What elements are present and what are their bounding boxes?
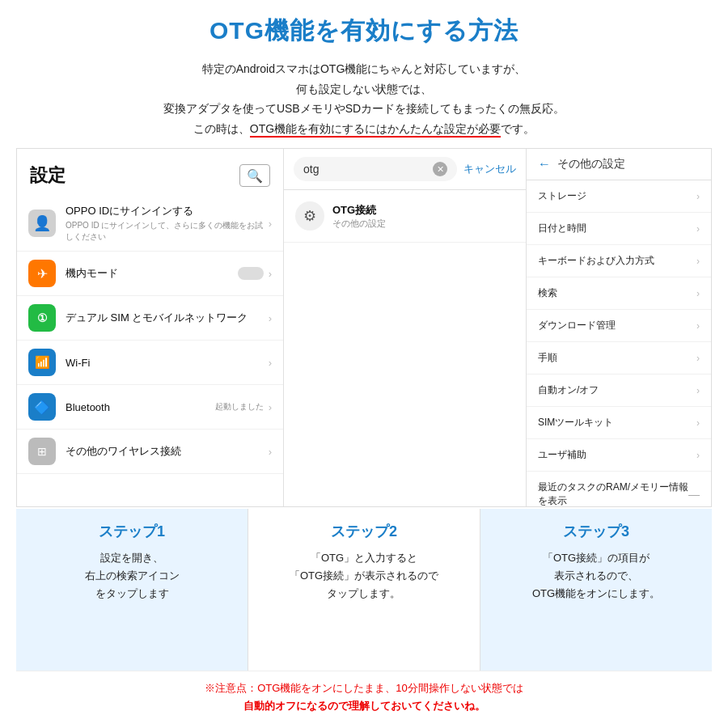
step2-desc: 「OTG」と入力すると「OTG接続」が表示されるのでタップします。 <box>290 549 438 603</box>
airplane-right: › <box>238 267 272 280</box>
wifi-text: Wi-Fi <box>66 357 269 369</box>
step2-box: ステップ2 「OTG」と入力すると「OTG接続」が表示されるのでタップします。 <box>248 509 480 671</box>
bluetooth-text: Bluetooth <box>66 401 215 413</box>
other-item-search[interactable]: 検索 › <box>527 277 711 310</box>
step1-box: ステップ1 設定を開き、右上の検索アイコンをタップします <box>16 509 248 671</box>
description: 特定のAndroidスマホはOTG機能にちゃんと対応していますが、 何も設定しな… <box>16 59 712 138</box>
back-arrow-icon[interactable]: ← <box>538 157 551 171</box>
chevron-icon: › <box>269 312 272 324</box>
other-item-auto-onoff[interactable]: 自動オン/オフ › <box>527 375 711 407</box>
step3-desc: 「OTG接続」の項目が表示されるので、OTG機能をオンにします。 <box>532 549 660 603</box>
result-title: OTG接続 <box>332 203 386 218</box>
note-line1: ※注意点：OTG機能をオンにしたまま、10分間操作しない状態では <box>205 682 523 694</box>
page: OTG機能を有効にする方法 特定のAndroidスマホはOTG機能にちゃんと対応… <box>0 0 728 728</box>
other-item-download[interactable]: ダウンロード管理 › <box>527 310 711 342</box>
page-title: OTG機能を有効にする方法 <box>16 15 712 48</box>
desc-line2: 何も設定しない状態では、 <box>296 83 432 95</box>
other-item-steps[interactable]: 手順 › <box>527 342 711 375</box>
oppo-id-label: OPPO IDにサインインする <box>66 204 269 218</box>
chevron-icon: › <box>696 223 700 235</box>
settings-item-oppo-id[interactable]: 👤 OPPO IDにサインインする OPPO ID にサインインして、さらに多く… <box>17 196 283 252</box>
settings-item-wifi[interactable]: 📶 Wi-Fi › <box>17 341 283 385</box>
search-button[interactable]: 🔍 <box>239 164 270 187</box>
sim-label: デュアル SIM とモバイルネットワーク <box>66 311 269 325</box>
chevron-icon: › <box>696 450 700 461</box>
search-input-area[interactable]: otg ✕ <box>294 157 457 181</box>
settings-panel: 設定 🔍 👤 OPPO IDにサインインする OPPO ID にサインインして、… <box>17 149 284 506</box>
airplane-label: 機内モード <box>66 266 238 281</box>
airplane-icon: ✈ <box>28 260 56 287</box>
other-item-accessibility[interactable]: ユーザ補助 › <box>527 439 711 472</box>
desc-line3: 変換アダプタを使ってUSBメモリやSDカードを接続してもまったくの無反応。 <box>163 102 565 115</box>
search-bar: otg ✕ キャンセル <box>284 149 526 190</box>
airplane-toggle[interactable] <box>238 267 264 280</box>
chevron-icon: › <box>269 268 272 280</box>
settings-item-sim[interactable]: ① デュアル SIM とモバイルネットワーク › <box>17 296 283 341</box>
other-item-storage[interactable]: ストレージ › <box>527 180 711 213</box>
note-line2: 自動的オフになるので理解しておいてくださいね。 <box>243 700 485 712</box>
chevron-icon: › <box>696 320 700 332</box>
oppo-id-icon: 👤 <box>28 210 56 237</box>
search-panel: otg ✕ キャンセル ⚙ OTG接続 その他の設定 <box>284 149 527 506</box>
chevron-icon: › <box>269 401 272 413</box>
chevron-icon: › <box>696 256 700 267</box>
wireless-label: その他のワイヤレス接続 <box>66 444 269 459</box>
result-text: OTG接続 その他の設定 <box>332 203 386 230</box>
other-settings-panel: ← その他の設定 ストレージ › 日付と時間 › キーボードおよび入力方式 › … <box>527 149 711 506</box>
bluetooth-icon: 🔷 <box>28 393 56 421</box>
other-settings-list: ストレージ › 日付と時間 › キーボードおよび入力方式 › 検索 › ダウンロ… <box>527 180 711 506</box>
wireless-icon: ⊞ <box>28 438 56 465</box>
desc-line4-underline: OTG機能を有効にするにはかんたんな設定が必要 <box>250 122 501 138</box>
search-cancel-button[interactable]: キャンセル <box>463 162 516 176</box>
chevron-icon: › <box>696 191 700 202</box>
settings-item-wireless[interactable]: ⊞ その他のワイヤレス接続 › <box>17 430 283 474</box>
oppo-id-sublabel: OPPO ID にサインインして、さらに多くの機能をお試しください <box>66 220 269 243</box>
chevron-icon: › <box>696 385 700 396</box>
chevron-icon: › <box>696 288 700 299</box>
bluetooth-right: 起動しました › <box>215 401 272 413</box>
settings-list: 👤 OPPO IDにサインインする OPPO ID にサインインして、さらに多く… <box>17 196 283 474</box>
wifi-icon: 📶 <box>28 349 56 376</box>
settings-header: 設定 🔍 <box>17 149 283 196</box>
airplane-text: 機内モード <box>66 266 238 281</box>
settings-item-bluetooth[interactable]: 🔷 Bluetooth 起動しました › <box>17 385 283 430</box>
toggle-minus-icon: — <box>688 488 700 501</box>
main-content: 設定 🔍 👤 OPPO IDにサインインする OPPO ID にサインインして、… <box>16 148 712 507</box>
sim-text: デュアル SIM とモバイルネットワーク <box>66 311 269 325</box>
note-text: ※注意点：OTG機能をオンにしたまま、10分間操作しない状態では 自動的オフにな… <box>32 679 696 715</box>
other-item-datetime[interactable]: 日付と時間 › <box>527 213 711 245</box>
step3-box: ステップ3 「OTG接続」の項目が表示されるので、OTG機能をオンにします。 <box>480 509 712 671</box>
wifi-label: Wi-Fi <box>66 357 269 369</box>
step1-desc: 設定を開き、右上の検索アイコンをタップします <box>85 549 180 603</box>
step3-title: ステップ3 <box>563 522 629 541</box>
result-icon: ⚙ <box>295 201 324 231</box>
note-area: ※注意点：OTG機能をオンにしたまま、10分間操作しない状態では 自動的オフにな… <box>16 671 712 720</box>
chevron-icon: › <box>269 357 272 369</box>
desc-line4-plain: この時は、 <box>193 122 250 135</box>
result-path: その他の設定 <box>332 218 386 230</box>
desc-line4-end: です。 <box>501 122 535 135</box>
chevron-icon: › <box>269 218 272 230</box>
other-item-ram[interactable]: 最近のタスクのRAM/メモリー情報を表示 — <box>527 472 711 506</box>
desc-line1: 特定のAndroidスマホはOTG機能にちゃんと対応していますが、 <box>202 62 527 75</box>
chevron-icon: › <box>696 353 700 364</box>
wireless-text: その他のワイヤレス接続 <box>66 444 269 459</box>
other-item-sim-toolkit[interactable]: SIMツールキット › <box>527 407 711 439</box>
search-clear-button[interactable]: ✕ <box>433 162 447 176</box>
bluetooth-badge: 起動しました <box>215 401 264 413</box>
search-icon: 🔍 <box>247 168 263 184</box>
step2-title: ステップ2 <box>331 522 397 541</box>
bluetooth-label: Bluetooth <box>66 401 215 413</box>
settings-title: 設定 <box>30 163 66 188</box>
search-input[interactable]: otg <box>303 163 433 176</box>
chevron-icon: › <box>269 446 272 458</box>
chevron-icon: › <box>696 417 700 429</box>
step1-title: ステップ1 <box>99 522 165 541</box>
oppo-id-text: OPPO IDにサインインする OPPO ID にサインインして、さらに多くの機… <box>66 204 269 243</box>
other-settings-header: ← その他の設定 <box>527 149 711 180</box>
steps-area: ステップ1 設定を開き、右上の検索アイコンをタップします ステップ2 「OTG」… <box>16 509 712 671</box>
other-settings-title: その他の設定 <box>557 157 625 171</box>
settings-item-airplane[interactable]: ✈ 機内モード › <box>17 252 283 296</box>
search-result-item[interactable]: ⚙ OTG接続 その他の設定 <box>284 190 526 243</box>
other-item-keyboard[interactable]: キーボードおよび入力方式 › <box>527 245 711 277</box>
